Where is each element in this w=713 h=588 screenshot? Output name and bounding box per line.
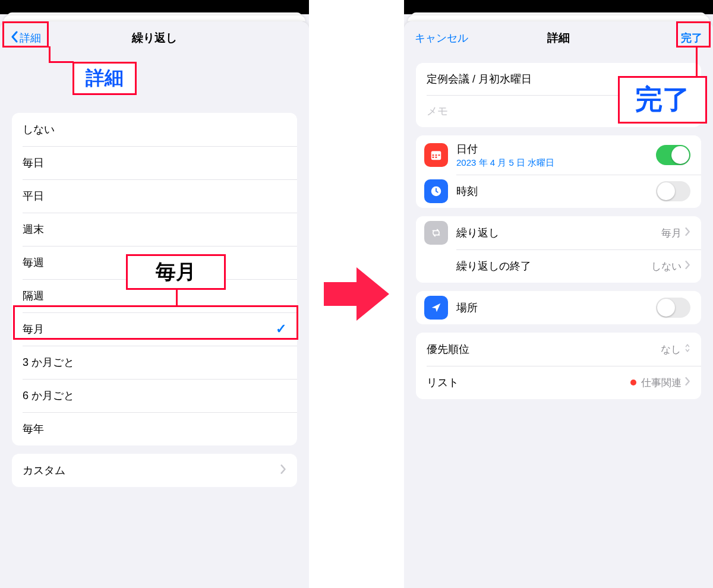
repeat-icon: [424, 221, 448, 245]
transition-arrow-icon: [321, 261, 392, 327]
repeat-value: 毎月: [661, 226, 690, 240]
phone-left-repeat-settings: 詳細 繰り返し しない 毎日 平日 週末 毎週 隔週 毎月 ✓ 3 か月ごと 6…: [0, 0, 309, 588]
calendar-icon: [424, 143, 448, 167]
option-weekdays[interactable]: 平日: [12, 179, 297, 213]
custom-group: カスタム: [12, 454, 297, 487]
repeat-group: 繰り返し 毎月 繰り返しの終了 しない: [416, 216, 701, 283]
modal-sheet: 詳細 繰り返し しない 毎日 平日 週末 毎週 隔週 毎月 ✓ 3 か月ごと 6…: [0, 21, 309, 588]
option-biweekly[interactable]: 隔週: [12, 279, 297, 312]
updown-icon: [684, 343, 690, 356]
cancel-button[interactable]: キャンセル: [412, 30, 471, 46]
svg-rect-2: [433, 154, 434, 156]
back-button[interactable]: 詳細: [8, 30, 43, 47]
phone-right-detail-settings: キャンセル 詳細 完了 定例会議 / 月初水曜日 メモ 日付 2023 年 4 …: [404, 0, 713, 588]
svg-rect-1: [431, 151, 441, 154]
option-yearly[interactable]: 毎年: [12, 412, 297, 445]
task-title-input[interactable]: 定例会議 / 月初水曜日: [416, 63, 701, 95]
svg-rect-3: [436, 154, 437, 156]
option-monthly[interactable]: 毎月 ✓: [12, 312, 297, 346]
chevron-left-icon: [11, 31, 18, 46]
option-every-6-months[interactable]: 6 か月ごと: [12, 379, 297, 412]
date-row[interactable]: 日付 2023 年 4 月 5 日 水曜日: [416, 135, 701, 175]
svg-rect-6: [436, 157, 437, 158]
location-label: 場所: [456, 301, 656, 315]
repeat-end-label: 繰り返しの終了: [456, 259, 651, 273]
location-group: 場所: [416, 291, 701, 324]
location-toggle[interactable]: [656, 298, 690, 318]
time-row[interactable]: 時刻: [416, 175, 701, 208]
repeat-options-group: しない 毎日 平日 週末 毎週 隔週 毎月 ✓ 3 か月ごと 6 か月ごと 毎年: [12, 113, 297, 445]
option-weekends[interactable]: 週末: [12, 213, 297, 246]
location-icon: [424, 296, 448, 320]
chevron-right-icon: [280, 463, 286, 478]
priority-list-group: 優先順位 なし リスト 仕事関連: [416, 333, 701, 399]
option-every-3-months[interactable]: 3 か月ごと: [12, 346, 297, 379]
list-color-dot: [630, 380, 636, 385]
priority-row[interactable]: 優先順位 なし: [416, 333, 701, 366]
chevron-right-icon: [685, 227, 690, 239]
checkmark-icon: ✓: [276, 321, 286, 337]
time-toggle[interactable]: [656, 181, 690, 201]
chevron-right-icon: [685, 377, 690, 389]
sheet-stack-mid: [408, 15, 709, 21]
date-toggle[interactable]: [656, 145, 690, 165]
priority-label: 優先順位: [427, 342, 661, 356]
date-time-group: 日付 2023 年 4 月 5 日 水曜日 時刻: [416, 135, 701, 208]
date-value: 2023 年 4 月 5 日 水曜日: [456, 157, 656, 169]
time-label: 時刻: [456, 184, 656, 198]
list-label: リスト: [427, 375, 630, 390]
repeat-end-row[interactable]: 繰り返しの終了 しない: [416, 249, 701, 283]
option-weekly[interactable]: 毎週: [12, 246, 297, 279]
option-none[interactable]: しない: [12, 113, 297, 146]
priority-value: なし: [661, 343, 690, 356]
option-daily[interactable]: 毎日: [12, 146, 297, 179]
nav-bar: キャンセル 詳細 完了: [404, 21, 713, 55]
chevron-right-icon: [685, 260, 690, 273]
modal-sheet: キャンセル 詳細 完了 定例会議 / 月初水曜日 メモ 日付 2023 年 4 …: [404, 21, 713, 588]
repeat-row[interactable]: 繰り返し 毎月: [416, 216, 701, 249]
list-row[interactable]: リスト 仕事関連: [416, 366, 701, 399]
svg-rect-5: [433, 157, 434, 158]
page-title: 繰り返し: [0, 30, 309, 46]
sheet-stack-mid: [4, 15, 305, 21]
memo-input[interactable]: メモ: [416, 95, 701, 127]
title-memo-group: 定例会議 / 月初水曜日 メモ: [416, 63, 701, 127]
svg-rect-4: [438, 154, 440, 156]
done-button[interactable]: 完了: [679, 30, 705, 46]
repeat-label: 繰り返し: [456, 226, 661, 240]
list-value: 仕事関連: [630, 376, 690, 390]
location-row[interactable]: 場所: [416, 291, 701, 324]
repeat-end-value: しない: [651, 260, 690, 273]
option-custom[interactable]: カスタム: [12, 454, 297, 487]
nav-bar: 詳細 繰り返し: [0, 21, 309, 55]
clock-icon: [424, 179, 448, 203]
date-label: 日付: [456, 142, 656, 156]
back-label: 詳細: [20, 31, 41, 45]
